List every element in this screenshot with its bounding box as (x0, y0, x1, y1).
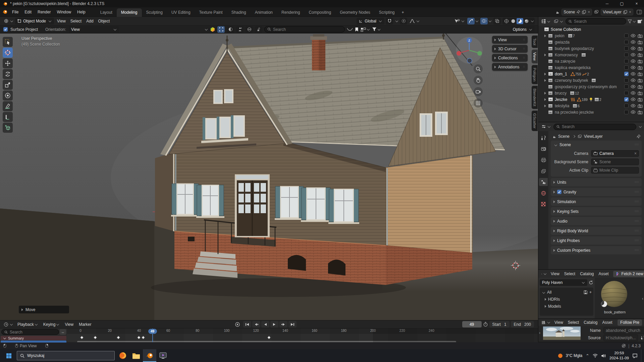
blender-app-menu-icon[interactable] (2, 9, 8, 15)
exclude-checkbox[interactable] (624, 46, 629, 51)
outliner-item-dom-1[interactable]: dom_1 7592 (538, 71, 644, 77)
side-tab-poliigon[interactable]: Poliigon (532, 65, 538, 84)
asset-menu-select[interactable]: Select (562, 271, 578, 277)
tool-transform-button[interactable] (3, 90, 13, 101)
outliner-item-komorowscy[interactable]: Komorowscy (538, 52, 644, 58)
tab-uv-editing[interactable]: UV Editing (167, 8, 195, 17)
exclude-checkbox[interactable] (624, 84, 629, 89)
catalog-hdris[interactable]: HDRIs (541, 296, 592, 303)
menu-help[interactable]: Help (74, 9, 89, 15)
outliner-item-gospodarczy-przy-czerwonym-dom[interactable]: gospodarczy przy czerwonym dom (538, 83, 644, 90)
outliner-filter-icon[interactable] (628, 19, 636, 23)
properties-tab-scene[interactable] (539, 178, 548, 186)
new-collection-button[interactable] (637, 19, 642, 24)
tool-annotate-button[interactable] (3, 101, 13, 111)
viewport-menu-object[interactable]: Object (96, 18, 112, 24)
asset-browser-2-editor-type-button[interactable] (540, 319, 551, 326)
tab-shading[interactable]: Shading (227, 8, 251, 17)
timeline-search-input[interactable]: Search (1, 329, 59, 335)
asset-thumbnail[interactable]: book_pattern (599, 280, 630, 314)
tool-measure-button[interactable] (3, 112, 13, 122)
tab-sculpting[interactable]: Sculpting (142, 8, 167, 17)
hide-eye-icon[interactable] (631, 59, 636, 63)
frame-start-field[interactable]: Start1 (489, 321, 509, 327)
options-button[interactable]: Options (511, 26, 535, 33)
falloff-curve-icon[interactable] (347, 27, 353, 32)
disable-render-icon[interactable] (638, 98, 643, 102)
side-tab-tool[interactable]: Tool (532, 36, 538, 48)
tool-add-cube-button[interactable] (3, 123, 13, 133)
pan-hand-button[interactable] (474, 76, 483, 85)
outliner-item-budynek-gospodarczy[interactable]: budynek gospodarczy (538, 45, 644, 52)
snap-toggle[interactable] (386, 18, 393, 24)
proportional-falloff-icon[interactable] (409, 18, 421, 24)
jump-to-start-button[interactable] (243, 321, 251, 327)
weather-label[interactable]: 3°C Mgła (566, 353, 582, 358)
mode-selector[interactable]: Object Mode (15, 18, 54, 24)
outliner-item-jeszke[interactable]: Jeszke 1892 (538, 96, 644, 103)
add-workspace-button[interactable]: + (399, 8, 407, 17)
toggle-ortho-button[interactable] (474, 99, 483, 108)
file-explorer-icon[interactable] (129, 349, 143, 362)
catalog-all[interactable]: All + (541, 289, 592, 296)
duplicate-icon[interactable] (623, 10, 627, 14)
npanel-annotations[interactable]: Annotations∷ (492, 63, 528, 71)
shading-wireframe-button[interactable] (503, 18, 510, 24)
disable-render-icon[interactable] (638, 47, 643, 51)
outliner-item-bruccy[interactable]: bruccy 12 (538, 90, 644, 96)
filter-figure-toggle[interactable] (236, 26, 244, 33)
hide-eye-icon[interactable] (631, 104, 636, 108)
asset-menu-asset[interactable]: Asset (596, 271, 611, 277)
hide-eye-icon[interactable] (631, 91, 636, 95)
properties-tab-tool[interactable] (539, 134, 548, 142)
menu-window[interactable]: Window (54, 9, 74, 15)
properties-editor-type-button[interactable] (540, 123, 552, 130)
asset-menu-view[interactable]: View (548, 271, 562, 277)
viewport-menu-view[interactable]: View (55, 18, 68, 24)
disable-render-icon[interactable] (638, 40, 643, 44)
tab-rendering[interactable]: Rendering (277, 8, 304, 17)
asset-menu-catalog[interactable]: Catalog (578, 271, 596, 277)
snap-options-chevron[interactable] (395, 19, 398, 22)
fetch-assets-button[interactable]: Fetch 2 new (613, 271, 644, 277)
filter-halfsphere-toggle[interactable] (227, 26, 234, 33)
disable-render-icon[interactable] (638, 34, 643, 38)
filter-square-toggle[interactable] (217, 26, 225, 33)
jump-to-end-button[interactable] (288, 321, 297, 327)
menu-file[interactable]: File (9, 9, 21, 15)
follow-preferences-button[interactable]: Follow Pre (618, 319, 642, 326)
blender-taskbar-icon[interactable] (143, 349, 156, 362)
hide-eye-icon[interactable] (631, 85, 636, 88)
filter-funnel-icon[interactable] (372, 27, 381, 32)
properties-tab-world[interactable] (539, 189, 548, 197)
menu-edit[interactable]: Edit (21, 9, 35, 15)
duplicate-icon[interactable] (582, 10, 586, 14)
timeline-menu-view[interactable]: View (62, 321, 76, 327)
house-3d-model[interactable] (155, 34, 505, 285)
disable-render-icon[interactable] (638, 72, 643, 76)
outliner-root[interactable]: Scene Collection (538, 26, 644, 33)
brush-toggle[interactable] (255, 26, 262, 33)
filter-expand-icon[interactable]: ↔ (60, 329, 66, 335)
operator-panel-move[interactable]: Move (19, 306, 69, 313)
outliner-search-input[interactable]: Search (566, 18, 626, 24)
asset2-menu-asset[interactable]: Asset (600, 319, 615, 325)
outliner-item-pekin[interactable]: pekin 7 (538, 33, 644, 39)
hide-eye-icon[interactable] (631, 40, 636, 44)
summary-channel[interactable]: Summary (1, 336, 66, 340)
firefox-icon[interactable] (116, 349, 129, 362)
outliner-item-na-zakr-cie[interactable]: na zakręcie (538, 58, 644, 64)
exclude-checkbox[interactable] (624, 65, 629, 70)
pin-icon[interactable] (577, 10, 580, 14)
properties-options-chevron[interactable] (639, 125, 642, 128)
keyframe-diamond[interactable] (137, 336, 141, 339)
outliner-item-gwiazda[interactable]: gwiazda (538, 39, 644, 45)
panel-keying-sets[interactable]: Keying Sets∷∷ (551, 207, 642, 216)
outliner-item-kaplica-ewangelicka[interactable]: kaplica ewangelicka (538, 64, 644, 71)
navigation-gizmo[interactable]: Z (455, 36, 483, 64)
disable-render-icon[interactable] (638, 53, 643, 57)
tab-scripting[interactable]: Scripting (375, 8, 399, 17)
tab-geometry-nodes[interactable]: Geometry Nodes (335, 8, 375, 17)
hide-eye-icon[interactable] (631, 66, 636, 69)
side-tab-gscatter[interactable]: GScatter (532, 111, 538, 131)
